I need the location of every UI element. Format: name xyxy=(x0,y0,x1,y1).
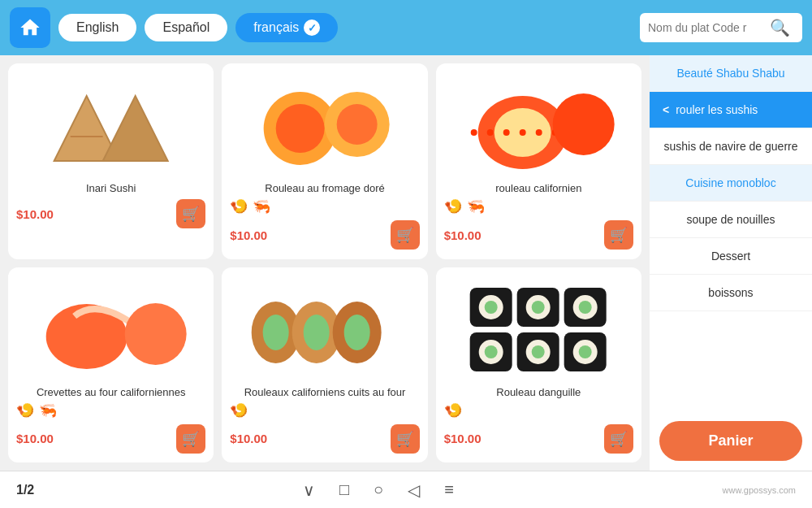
svg-point-34 xyxy=(578,301,591,314)
product-card-p1: Inari Sushi$10.00🛒 xyxy=(8,63,214,259)
svg-point-9 xyxy=(470,129,477,136)
product-price-p2: $10.00 xyxy=(230,228,267,242)
product-footer-p4: $10.00🛒 xyxy=(16,424,205,454)
svg-marker-1 xyxy=(103,96,168,161)
page-info: 1/2 xyxy=(16,483,34,497)
sidebar-item-beaute[interactable]: Beauté Shabu Shabu xyxy=(650,55,812,92)
product-card-p6: Rouleau danguille🍤$10.00🛒 xyxy=(436,267,641,463)
sidebar: Beauté Shabu Shaburouler les sushissushi… xyxy=(650,55,812,471)
add-to-cart-button-p2[interactable]: 🛒 xyxy=(391,220,420,250)
add-to-cart-button-p1[interactable]: 🛒 xyxy=(176,199,205,228)
food-icon: 🍤 xyxy=(444,402,462,419)
product-price-p5: $10.00 xyxy=(230,432,267,445)
food-icon: 🍤 xyxy=(16,402,34,419)
product-image-p6 xyxy=(444,276,633,381)
home-button[interactable] xyxy=(10,7,50,48)
add-to-cart-button-p5[interactable]: 🛒 xyxy=(391,424,420,454)
product-grid: Inari Sushi$10.00🛒Rouleau au fromage dor… xyxy=(0,55,650,471)
product-card-p4: Crevettes au four californiennes🍤🦐$10.00… xyxy=(8,267,214,463)
product-icons-p5: 🍤 xyxy=(230,402,248,419)
panier-button[interactable]: Panier xyxy=(659,421,802,461)
svg-point-43 xyxy=(578,345,591,358)
svg-point-40 xyxy=(531,345,544,358)
main-content: Inari Sushi$10.00🛒Rouleau au fromage dor… xyxy=(0,55,812,471)
food-icon: 🍤 xyxy=(230,402,248,419)
svg-point-12 xyxy=(519,129,525,136)
product-name-p2: Rouleau au fromage doré xyxy=(265,182,384,194)
product-icons-p3: 🍤🦐 xyxy=(444,198,485,215)
food-icon: 🦐 xyxy=(467,198,485,215)
product-name-p1: Inari Sushi xyxy=(86,182,136,194)
product-footer-p2: $10.00🛒 xyxy=(230,220,419,250)
sidebar-item-soupe[interactable]: soupe de nouilles xyxy=(650,202,812,238)
product-image-p2 xyxy=(230,72,419,177)
product-icons-p6: 🍤 xyxy=(444,402,462,419)
product-card-p2: Rouleau au fromage doré🍤🦐$10.00🛒 xyxy=(222,63,427,259)
header: English Español français 🔍 xyxy=(0,0,812,55)
nav-back-icon[interactable]: ◁ xyxy=(408,480,420,500)
product-card-p3: rouleau californien🍤🦐$10.00🛒 xyxy=(436,63,641,259)
nav-menu-icon[interactable]: ≡ xyxy=(444,480,454,499)
svg-point-23 xyxy=(304,315,330,350)
svg-point-28 xyxy=(484,301,497,314)
product-name-p5: Rouleaux californiens cuits au four xyxy=(244,386,406,398)
lang-francais-button[interactable]: français xyxy=(235,13,338,42)
food-icon: 🍤 xyxy=(444,198,462,215)
search-bar: 🔍 xyxy=(640,13,802,42)
product-image-p1 xyxy=(16,72,205,177)
search-input[interactable] xyxy=(648,21,770,34)
svg-point-17 xyxy=(552,93,614,155)
product-image-p3 xyxy=(444,72,633,177)
nav-circle-icon[interactable]: ○ xyxy=(374,480,383,499)
product-price-p4: $10.00 xyxy=(16,432,54,445)
product-image-p5 xyxy=(230,276,419,381)
food-icon: 🦐 xyxy=(253,198,270,215)
product-name-p3: rouleau californien xyxy=(495,182,581,194)
svg-point-21 xyxy=(263,315,289,350)
product-footer-p5: $10.00🛒 xyxy=(230,424,419,454)
bottom-bar: 1/2 ∨ □ ○ ◁ ≡ www.gpossys.com xyxy=(0,471,812,508)
add-to-cart-button-p6[interactable]: 🛒 xyxy=(604,424,633,454)
svg-point-4 xyxy=(276,104,325,153)
nav-down-icon[interactable]: ∨ xyxy=(303,480,315,500)
sidebar-item-navire[interactable]: sushis de navire de guerre xyxy=(650,128,812,165)
product-image-p4 xyxy=(16,276,205,381)
product-icons-p2: 🍤🦐 xyxy=(230,198,270,215)
product-footer-p1: $10.00🛒 xyxy=(16,199,205,228)
product-name-p4: Crevettes au four californiennes xyxy=(37,386,186,398)
sidebar-item-rouler[interactable]: rouler les sushis xyxy=(650,92,812,128)
sidebar-item-dessert[interactable]: Dessert xyxy=(650,238,812,275)
product-card-p5: Rouleaux californiens cuits au four🍤$10.… xyxy=(222,267,427,463)
add-to-cart-button-p4[interactable]: 🛒 xyxy=(176,424,205,454)
food-icon: 🦐 xyxy=(39,402,57,419)
product-icons-p4: 🍤🦐 xyxy=(16,402,57,419)
product-footer-p6: $10.00🛒 xyxy=(444,424,633,454)
svg-point-31 xyxy=(531,301,544,314)
product-footer-p3: $10.00🛒 xyxy=(444,220,633,250)
lang-english-button[interactable]: English xyxy=(58,14,136,41)
active-check-icon xyxy=(304,20,320,36)
sidebar-item-boissons[interactable]: boissons xyxy=(650,275,812,311)
search-icon[interactable]: 🔍 xyxy=(770,18,790,37)
product-price-p6: $10.00 xyxy=(444,432,482,445)
food-icon: 🍤 xyxy=(230,198,248,215)
svg-point-11 xyxy=(503,129,509,136)
product-price-p1: $10.00 xyxy=(16,207,54,221)
lang-espanol-button[interactable]: Español xyxy=(145,14,227,41)
product-name-p6: Rouleau danguille xyxy=(496,386,581,398)
svg-point-6 xyxy=(337,104,378,145)
add-to-cart-button-p3[interactable]: 🛒 xyxy=(604,220,633,250)
svg-point-13 xyxy=(535,129,542,136)
nav-icons: ∨ □ ○ ◁ ≡ xyxy=(303,480,454,500)
nav-square-icon[interactable]: □ xyxy=(339,480,349,499)
sidebar-item-cuisine[interactable]: Cuisine monobloc xyxy=(650,165,812,202)
product-price-p3: $10.00 xyxy=(444,228,482,242)
svg-point-25 xyxy=(344,315,370,350)
watermark: www.gpossys.com xyxy=(723,485,796,495)
svg-point-10 xyxy=(486,129,493,136)
svg-point-37 xyxy=(484,345,497,358)
svg-point-19 xyxy=(125,303,187,365)
